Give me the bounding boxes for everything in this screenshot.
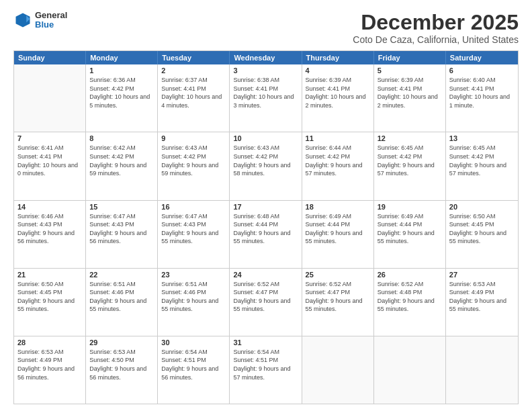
subtitle: Coto De Caza, California, United States [353,34,519,45]
calendar-cell [374,336,446,404]
day-info: Sunrise: 6:40 AMSunset: 4:41 PMDaylight:… [449,76,515,109]
day-info: Sunrise: 6:47 AMSunset: 4:43 PMDaylight:… [89,212,154,246]
day-number: 25 [306,271,370,279]
day-number: 17 [233,203,298,211]
day-info: Sunrise: 6:48 AMSunset: 4:44 PMDaylight:… [233,212,298,246]
calendar-cell: 17Sunrise: 6:48 AMSunset: 4:44 PMDayligh… [230,201,302,268]
calendar-cell: 4Sunrise: 6:39 AMSunset: 4:41 PMDaylight… [302,64,374,132]
day-info: Sunrise: 6:45 AMSunset: 4:42 PMDaylight:… [378,144,442,177]
calendar-header-cell: Sunday [14,51,86,64]
day-info: Sunrise: 6:49 AMSunset: 4:44 PMDaylight:… [378,212,442,246]
day-number: 4 [306,66,370,75]
day-info: Sunrise: 6:44 AMSunset: 4:42 PMDaylight:… [306,144,370,177]
calendar-cell [14,64,86,132]
calendar-week: 1Sunrise: 6:36 AMSunset: 4:42 PMDaylight… [14,64,518,132]
day-number: 18 [306,203,370,211]
day-number: 10 [233,134,298,142]
logo-text: General Blue [35,11,67,30]
title-block: December 2025 Coto De Caza, California, … [353,11,519,45]
day-number: 28 [17,338,82,347]
day-info: Sunrise: 6:39 AMSunset: 4:41 PMDaylight:… [306,76,370,109]
calendar-cell: 9Sunrise: 6:43 AMSunset: 4:42 PMDaylight… [158,132,230,199]
day-info: Sunrise: 6:53 AMSunset: 4:50 PMDaylight:… [89,348,154,381]
calendar-header-cell: Saturday [446,51,518,64]
day-info: Sunrise: 6:54 AMSunset: 4:51 PMDaylight:… [233,348,298,381]
day-info: Sunrise: 6:45 AMSunset: 4:42 PMDaylight:… [449,144,515,177]
day-info: Sunrise: 6:46 AMSunset: 4:43 PMDaylight:… [17,212,82,246]
day-number: 7 [17,134,82,142]
calendar-header-row: SundayMondayTuesdayWednesdayThursdayFrid… [14,51,518,64]
day-info: Sunrise: 6:37 AMSunset: 4:41 PMDaylight:… [161,76,226,109]
calendar-cell: 8Sunrise: 6:42 AMSunset: 4:42 PMDaylight… [86,132,158,199]
day-number: 30 [161,338,226,347]
calendar-cell: 27Sunrise: 6:53 AMSunset: 4:49 PMDayligh… [446,269,518,336]
day-info: Sunrise: 6:43 AMSunset: 4:42 PMDaylight:… [233,144,298,177]
day-number: 22 [89,271,154,279]
calendar-cell: 29Sunrise: 6:53 AMSunset: 4:50 PMDayligh… [86,336,158,404]
calendar-header-cell: Wednesday [230,51,302,64]
calendar-cell: 21Sunrise: 6:50 AMSunset: 4:45 PMDayligh… [14,269,86,336]
calendar-cell: 3Sunrise: 6:38 AMSunset: 4:41 PMDaylight… [230,64,302,132]
calendar-week: 7Sunrise: 6:41 AMSunset: 4:41 PMDaylight… [14,132,518,200]
logo: General Blue [13,11,67,30]
day-number: 31 [233,338,298,347]
calendar-week: 14Sunrise: 6:46 AMSunset: 4:43 PMDayligh… [14,201,518,269]
day-number: 11 [306,134,370,142]
calendar-cell: 28Sunrise: 6:53 AMSunset: 4:49 PMDayligh… [14,336,86,404]
logo-blue-text: Blue [35,20,67,30]
calendar-week: 28Sunrise: 6:53 AMSunset: 4:49 PMDayligh… [14,336,518,404]
calendar-cell: 7Sunrise: 6:41 AMSunset: 4:41 PMDaylight… [14,132,86,199]
calendar-header-cell: Friday [374,51,446,64]
day-info: Sunrise: 6:52 AMSunset: 4:47 PMDaylight:… [233,280,298,314]
day-number: 26 [378,271,442,279]
calendar-header-cell: Thursday [302,51,374,64]
day-number: 19 [378,203,442,211]
calendar-cell: 22Sunrise: 6:51 AMSunset: 4:46 PMDayligh… [86,269,158,336]
day-info: Sunrise: 6:51 AMSunset: 4:46 PMDaylight:… [161,280,226,314]
day-info: Sunrise: 6:39 AMSunset: 4:41 PMDaylight:… [378,76,442,109]
calendar-cell: 13Sunrise: 6:45 AMSunset: 4:42 PMDayligh… [446,132,518,199]
calendar-cell: 16Sunrise: 6:47 AMSunset: 4:43 PMDayligh… [158,201,230,268]
day-info: Sunrise: 6:49 AMSunset: 4:44 PMDaylight:… [306,212,370,246]
day-info: Sunrise: 6:53 AMSunset: 4:49 PMDaylight:… [449,280,515,314]
day-info: Sunrise: 6:47 AMSunset: 4:43 PMDaylight:… [161,212,226,246]
calendar: SundayMondayTuesdayWednesdayThursdayFrid… [13,50,519,404]
day-number: 14 [17,203,82,211]
calendar-cell: 20Sunrise: 6:50 AMSunset: 4:45 PMDayligh… [446,201,518,268]
day-info: Sunrise: 6:51 AMSunset: 4:46 PMDaylight:… [89,280,154,314]
day-number: 3 [233,66,298,75]
calendar-cell: 6Sunrise: 6:40 AMSunset: 4:41 PMDaylight… [446,64,518,132]
day-number: 12 [378,134,442,142]
calendar-cell: 30Sunrise: 6:54 AMSunset: 4:51 PMDayligh… [158,336,230,404]
calendar-cell: 11Sunrise: 6:44 AMSunset: 4:42 PMDayligh… [302,132,374,199]
day-number: 27 [449,271,515,279]
day-number: 21 [17,271,82,279]
calendar-cell: 19Sunrise: 6:49 AMSunset: 4:44 PMDayligh… [374,201,446,268]
day-number: 20 [449,203,515,211]
calendar-cell: 23Sunrise: 6:51 AMSunset: 4:46 PMDayligh… [158,269,230,336]
day-info: Sunrise: 6:53 AMSunset: 4:49 PMDaylight:… [17,348,82,381]
calendar-cell [302,336,374,404]
day-info: Sunrise: 6:50 AMSunset: 4:45 PMDaylight:… [449,212,515,246]
day-info: Sunrise: 6:54 AMSunset: 4:51 PMDaylight:… [161,348,226,381]
day-number: 6 [449,66,515,75]
calendar-cell: 15Sunrise: 6:47 AMSunset: 4:43 PMDayligh… [86,201,158,268]
day-number: 15 [89,203,154,211]
day-info: Sunrise: 6:41 AMSunset: 4:41 PMDaylight:… [17,144,82,177]
day-number: 8 [89,134,154,142]
day-info: Sunrise: 6:38 AMSunset: 4:41 PMDaylight:… [233,76,298,109]
day-info: Sunrise: 6:43 AMSunset: 4:42 PMDaylight:… [161,144,226,177]
calendar-cell: 5Sunrise: 6:39 AMSunset: 4:41 PMDaylight… [374,64,446,132]
calendar-cell: 18Sunrise: 6:49 AMSunset: 4:44 PMDayligh… [302,201,374,268]
day-number: 9 [161,134,226,142]
calendar-cell: 26Sunrise: 6:52 AMSunset: 4:48 PMDayligh… [374,269,446,336]
day-number: 13 [449,134,515,142]
logo-icon [13,11,32,30]
calendar-cell: 24Sunrise: 6:52 AMSunset: 4:47 PMDayligh… [230,269,302,336]
calendar-cell: 10Sunrise: 6:43 AMSunset: 4:42 PMDayligh… [230,132,302,199]
calendar-week: 21Sunrise: 6:50 AMSunset: 4:45 PMDayligh… [14,269,518,336]
calendar-cell: 2Sunrise: 6:37 AMSunset: 4:41 PMDaylight… [158,64,230,132]
calendar-cell: 12Sunrise: 6:45 AMSunset: 4:42 PMDayligh… [374,132,446,199]
calendar-header-cell: Tuesday [158,51,230,64]
day-info: Sunrise: 6:52 AMSunset: 4:48 PMDaylight:… [378,280,442,314]
